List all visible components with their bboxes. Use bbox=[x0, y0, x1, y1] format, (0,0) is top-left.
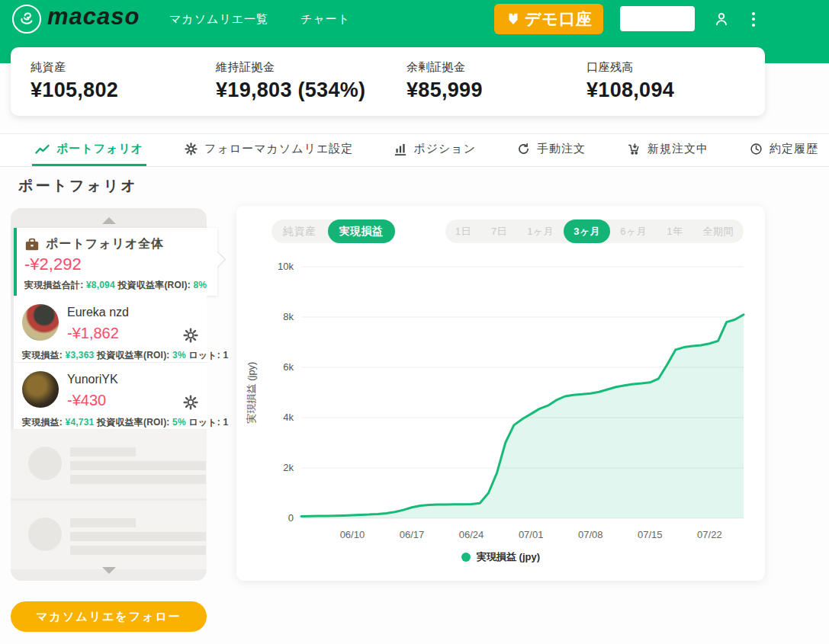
svg-text:8k: 8k bbox=[283, 311, 294, 322]
tab-label: ポジション bbox=[413, 142, 476, 156]
tab-label: 手動注文 bbox=[537, 142, 586, 156]
stat-label: 維持証拠金 bbox=[216, 60, 365, 75]
skeleton-item bbox=[11, 430, 207, 498]
portfolio-summary-card[interactable]: ポートフォリオ全体 -¥2,292 実現損益合計: ¥8,094 投資収益率(R… bbox=[14, 228, 217, 296]
roi-label: 投資収益率(ROI): bbox=[117, 280, 191, 290]
metric-realized-pl-button[interactable]: 実現損益 bbox=[328, 219, 395, 243]
bar-chart-icon bbox=[394, 143, 406, 155]
list-item-yunoriyk[interactable]: YunoriYK -¥430 実現損益: ¥4,731 投資収益率(ROI): bbox=[14, 363, 207, 430]
tab-portfolio[interactable]: ポートフォリオ bbox=[32, 134, 146, 166]
stat-account-balance: 口座残高 ¥108,094 bbox=[586, 60, 674, 102]
pl-total-label: 実現損益合計: bbox=[24, 280, 83, 290]
tab-new-orders[interactable]: 新規注文中 bbox=[624, 134, 712, 166]
sommelier-pl-value: -¥1,862 bbox=[67, 325, 119, 342]
item-settings-button[interactable] bbox=[182, 328, 199, 344]
item-settings-button[interactable] bbox=[182, 395, 199, 412]
gear-icon bbox=[185, 143, 198, 155]
account-button[interactable] bbox=[711, 8, 732, 30]
chart-legend: 実現損益 (jpy) bbox=[236, 550, 765, 564]
roi-label: 投資収益率(ROI): bbox=[97, 350, 170, 360]
list-item-eureka-nzd[interactable]: Eureka nzd -¥1,862 実現損益: ¥3,363 投資収益率(RO… bbox=[14, 296, 207, 363]
skeleton-item bbox=[11, 501, 207, 569]
performance-chart-card: 純資産 実現損益 1日 7日 1ヶ月 3ヶ月 6ヶ月 1年 全期間 実現損益 (… bbox=[236, 206, 765, 581]
pl-total-value: ¥8,094 bbox=[86, 280, 115, 290]
svg-text:07/01: 07/01 bbox=[519, 529, 544, 540]
svg-text:07/22: 07/22 bbox=[697, 529, 722, 540]
pl-value: ¥4,731 bbox=[66, 417, 95, 428]
range-1m-button[interactable]: 1ヶ月 bbox=[517, 219, 564, 243]
stat-value: ¥108,094 bbox=[586, 78, 674, 102]
tab-trade-history[interactable]: 約定履歴 bbox=[747, 134, 821, 166]
legend-dot-icon bbox=[461, 553, 471, 562]
tab-label: ポートフォリオ bbox=[56, 142, 143, 156]
avatar bbox=[22, 304, 59, 341]
lot-value: 1 bbox=[223, 417, 229, 428]
follow-sommelier-button[interactable]: マカソムリエをフォロー bbox=[11, 601, 207, 632]
svg-text:07/08: 07/08 bbox=[578, 529, 603, 540]
range-3m-button[interactable]: 3ヶ月 bbox=[564, 219, 610, 243]
macaso-logo-icon[interactable] bbox=[12, 5, 41, 34]
stat-net-assets: 純資産 ¥105,802 bbox=[31, 60, 118, 102]
arrow-up-icon bbox=[102, 217, 116, 224]
tab-label: 新規注文中 bbox=[647, 142, 709, 156]
tab-manual-order[interactable]: 手動注文 bbox=[514, 134, 589, 166]
page-title: ポートフォリオ bbox=[18, 176, 138, 196]
tab-positions[interactable]: ポジション bbox=[391, 134, 479, 166]
pl-value: ¥3,363 bbox=[66, 350, 95, 360]
portfolio-summary-title: ポートフォリオ全体 bbox=[46, 236, 164, 252]
nav-item-makasomurie-list[interactable]: マカソムリエ一覧 bbox=[169, 12, 268, 27]
nav-item-chart[interactable]: チャート bbox=[300, 12, 350, 27]
pl-label: 実現損益: bbox=[22, 417, 63, 428]
roi-value: 3% bbox=[172, 350, 186, 360]
metric-net-assets-button[interactable]: 純資産 bbox=[272, 219, 328, 243]
svg-text:06/24: 06/24 bbox=[459, 529, 484, 540]
beginner-mark-icon bbox=[505, 11, 522, 27]
range-1d-button[interactable]: 1日 bbox=[445, 219, 481, 243]
arrow-down-icon bbox=[102, 567, 116, 574]
roi-label: 投資収益率(ROI): bbox=[97, 417, 170, 428]
stat-label: 純資産 bbox=[31, 60, 118, 75]
range-all-button[interactable]: 全期間 bbox=[693, 219, 744, 243]
roi-value: 5% bbox=[172, 417, 186, 428]
refresh-icon bbox=[517, 143, 530, 155]
demo-account-button[interactable]: デモ口座 bbox=[494, 4, 603, 34]
lot-label: ロット: bbox=[188, 350, 220, 360]
metric-toggle: 純資産 実現損益 bbox=[272, 219, 395, 243]
redacted-user-name bbox=[620, 6, 695, 31]
pl-label: 実現損益: bbox=[22, 350, 63, 360]
more-menu-button[interactable] bbox=[743, 8, 764, 30]
svg-text:06/17: 06/17 bbox=[400, 529, 425, 540]
kebab-icon bbox=[752, 12, 755, 27]
range-toggle: 1日 7日 1ヶ月 3ヶ月 6ヶ月 1年 全期間 bbox=[445, 219, 744, 243]
scroll-down-button[interactable] bbox=[11, 562, 207, 578]
main-nav: マカソムリエ一覧 チャート bbox=[169, 0, 350, 38]
brand-name[interactable]: macaso bbox=[47, 3, 140, 30]
stat-free-margin: 余剰証拠金 ¥85,999 bbox=[406, 60, 483, 102]
roi-value: 8% bbox=[193, 280, 207, 290]
range-6m-button[interactable]: 6ヶ月 bbox=[610, 219, 657, 243]
svg-text:6k: 6k bbox=[283, 361, 294, 373]
portfolio-summary-value: -¥2,292 bbox=[17, 252, 217, 274]
svg-text:07/15: 07/15 bbox=[638, 529, 663, 540]
lot-label: ロット: bbox=[188, 417, 220, 428]
legend-label: 実現損益 (jpy) bbox=[477, 550, 540, 564]
cart-icon bbox=[627, 143, 641, 155]
stat-label: 余剰証拠金 bbox=[406, 60, 483, 75]
top-navigation-bar: macaso マカソムリエ一覧 チャート デモ口座 bbox=[0, 0, 829, 38]
line-chart-icon bbox=[35, 144, 50, 155]
followed-sommelier-list: Eureka nzd -¥1,862 実現損益: ¥3,363 投資収益率(RO… bbox=[14, 296, 207, 430]
sommelier-pl-value: -¥430 bbox=[67, 392, 106, 409]
avatar bbox=[22, 371, 59, 408]
account-stats-card: 純資産 ¥105,802 維持証拠金 ¥19,803 (534%) 余剰証拠金 … bbox=[11, 47, 765, 116]
range-1y-button[interactable]: 1年 bbox=[657, 219, 692, 243]
demo-account-label: デモ口座 bbox=[525, 8, 593, 30]
stat-value: ¥19,803 (534%) bbox=[216, 78, 365, 102]
briefcase-icon bbox=[24, 238, 40, 252]
section-tabbar: ポートフォリオ フォローマカソムリエ設定 ポジション 手動注文 bbox=[0, 133, 829, 167]
tab-follow-settings[interactable]: フォローマカソムリエ設定 bbox=[182, 134, 356, 166]
range-7d-button[interactable]: 7日 bbox=[481, 219, 517, 243]
stat-label: 口座残高 bbox=[586, 60, 674, 75]
sommelier-name: Eureka nzd bbox=[67, 306, 129, 319]
lot-value: 1 bbox=[223, 350, 229, 360]
scroll-up-button[interactable] bbox=[11, 213, 207, 228]
